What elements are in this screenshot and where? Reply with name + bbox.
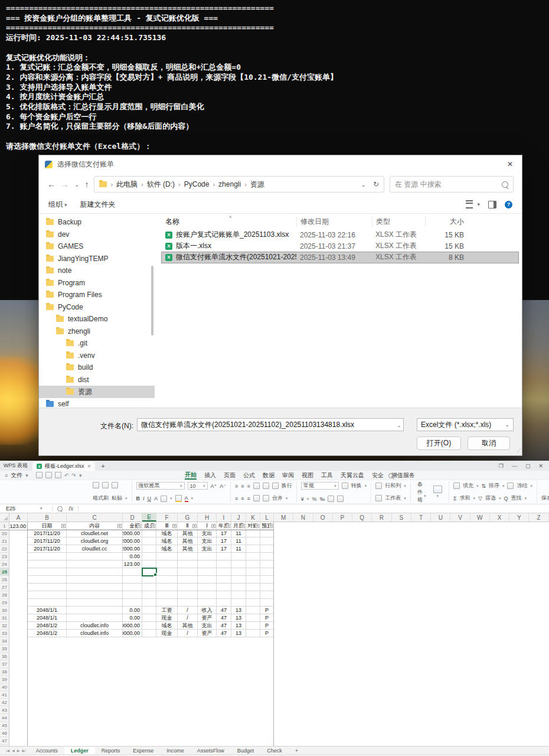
new-tab-button[interactable]: + bbox=[101, 462, 104, 470]
cell-L46[interactable] bbox=[260, 729, 274, 737]
tree-scrollbar[interactable] bbox=[151, 266, 153, 335]
cell-G28[interactable] bbox=[178, 591, 198, 599]
cell-I28[interactable] bbox=[217, 591, 231, 599]
cell-L32[interactable]: P bbox=[260, 622, 274, 630]
sort-icon[interactable]: ⇅ bbox=[481, 483, 486, 489]
cell-C22[interactable]: cloudlet.cc bbox=[67, 545, 123, 553]
cell-A38[interactable] bbox=[9, 668, 28, 676]
cell-J44[interactable] bbox=[231, 714, 246, 722]
cell-F21[interactable]: 域名 bbox=[156, 537, 178, 545]
cell-J20[interactable]: 11 bbox=[231, 530, 246, 537]
cell-D46[interactable] bbox=[123, 729, 142, 737]
cell-B33[interactable]: 2048/1/2 bbox=[28, 630, 67, 637]
row-header-36[interactable]: 36 bbox=[0, 653, 9, 660]
cell-H30[interactable]: 收入 bbox=[198, 607, 217, 614]
cell-G32[interactable]: 其他 bbox=[178, 622, 198, 630]
preview-pane-icon[interactable] bbox=[488, 201, 496, 208]
cell-E32[interactable] bbox=[142, 622, 156, 630]
col-header-M[interactable]: M bbox=[274, 513, 293, 522]
cell-I29[interactable] bbox=[217, 599, 231, 607]
cell-G41[interactable] bbox=[178, 691, 198, 699]
cell-E38[interactable] bbox=[142, 668, 156, 676]
cell-D39[interactable] bbox=[123, 676, 142, 683]
cell-I24[interactable] bbox=[217, 561, 231, 568]
col-header-C[interactable]: C bbox=[67, 513, 123, 522]
organize-button[interactable]: 组织▾ bbox=[48, 200, 67, 210]
col-header-T[interactable]: T bbox=[411, 513, 431, 522]
col-header-V[interactable]: V bbox=[450, 513, 470, 522]
cell-D37[interactable] bbox=[123, 660, 142, 668]
tree-item-JiangYingTEMP[interactable]: JiangYingTEMP bbox=[39, 253, 155, 265]
sheet-tab-Income[interactable]: Income bbox=[160, 747, 191, 754]
orientation-icon[interactable] bbox=[253, 495, 260, 501]
cell-E45[interactable] bbox=[142, 722, 156, 729]
col-header-A[interactable]: A bbox=[9, 513, 28, 522]
wrap-label[interactable]: 换行 bbox=[282, 482, 292, 490]
row-header-32[interactable]: 32 bbox=[0, 622, 9, 630]
cell-J42[interactable] bbox=[231, 699, 246, 706]
cell-L48[interactable] bbox=[260, 745, 274, 746]
menu-tab-安全[interactable]: 安全 bbox=[372, 471, 384, 480]
row-header-42[interactable]: 42 bbox=[0, 699, 9, 706]
paste-icon[interactable] bbox=[102, 482, 109, 488]
shrink-font-icon[interactable]: A⁻ bbox=[220, 483, 226, 489]
cell-B35[interactable] bbox=[28, 645, 67, 653]
col-header-G[interactable]: G bbox=[178, 513, 198, 522]
cell-K23[interactable] bbox=[246, 553, 260, 561]
cell-A45[interactable] bbox=[9, 722, 28, 729]
cell-L23[interactable] bbox=[260, 553, 274, 561]
cell-I48[interactable] bbox=[217, 745, 231, 746]
row-header-39[interactable]: 39 bbox=[0, 676, 9, 683]
cell-A26[interactable] bbox=[9, 576, 28, 584]
cell-B24[interactable] bbox=[28, 561, 67, 568]
cell-I47[interactable] bbox=[217, 737, 231, 745]
cell-K25[interactable] bbox=[246, 568, 260, 576]
row-header-26[interactable]: 26 bbox=[0, 576, 9, 584]
row-header-37[interactable]: 37 bbox=[0, 660, 9, 668]
cell-B22[interactable]: 2017/11/20 bbox=[28, 545, 67, 553]
format-painter-icon[interactable] bbox=[93, 482, 99, 488]
cell-F22[interactable]: 域名 bbox=[156, 545, 178, 553]
maximize-icon[interactable]: ▢ bbox=[525, 463, 531, 469]
cell-B20[interactable]: 2017/11/20 bbox=[28, 530, 67, 537]
cell-I38[interactable] bbox=[217, 668, 231, 676]
cell-L47[interactable] bbox=[260, 737, 274, 745]
column-header-type[interactable]: 类型 bbox=[372, 217, 425, 227]
cell-B47[interactable] bbox=[28, 737, 67, 745]
row-header-43[interactable]: 43 bbox=[0, 706, 9, 714]
cell-I27[interactable] bbox=[217, 584, 231, 591]
cell-H20[interactable]: 支出 bbox=[198, 530, 217, 537]
cell-C33[interactable]: cloudlet.info bbox=[67, 630, 123, 637]
cell-A48[interactable] bbox=[9, 745, 28, 746]
sort-label[interactable]: 排序 bbox=[489, 482, 499, 490]
open-button[interactable]: 打开(O) bbox=[417, 436, 461, 450]
cell-J33[interactable]: 13 bbox=[231, 630, 246, 637]
increase-decimal-icon[interactable] bbox=[328, 496, 334, 502]
cell-E42[interactable] bbox=[142, 699, 156, 706]
cell-H28[interactable] bbox=[198, 591, 217, 599]
cell-B25[interactable] bbox=[28, 568, 67, 576]
cell-J41[interactable] bbox=[231, 691, 246, 699]
tree-item-Program-Files[interactable]: Program Files bbox=[39, 289, 155, 301]
cell-C35[interactable] bbox=[67, 645, 123, 653]
cell-I39[interactable] bbox=[217, 676, 231, 683]
cell-J27[interactable] bbox=[231, 584, 246, 591]
cell-F48[interactable] bbox=[156, 745, 178, 746]
cell-J25[interactable] bbox=[231, 568, 246, 576]
cell-J36[interactable] bbox=[231, 653, 246, 660]
row-header-27[interactable]: 27 bbox=[0, 584, 9, 591]
col-header-Z[interactable]: Z bbox=[529, 513, 548, 522]
cell-K31[interactable] bbox=[246, 614, 260, 622]
cell-K30[interactable] bbox=[246, 607, 260, 614]
ribbon-search-icon[interactable] bbox=[388, 473, 394, 478]
cell-A46[interactable] bbox=[9, 729, 28, 737]
freeze-label[interactable]: 冻结 bbox=[517, 482, 527, 490]
cell-I26[interactable] bbox=[217, 576, 231, 584]
cell-D24[interactable]: 123.00 bbox=[123, 561, 142, 568]
cell-C30[interactable] bbox=[67, 607, 123, 614]
cell-K36[interactable] bbox=[246, 653, 260, 660]
row-header-21[interactable]: 21 bbox=[0, 537, 9, 545]
tree-item-dist[interactable]: dist bbox=[39, 374, 155, 386]
cell-H47[interactable] bbox=[198, 737, 217, 745]
cell-A29[interactable] bbox=[9, 599, 28, 607]
